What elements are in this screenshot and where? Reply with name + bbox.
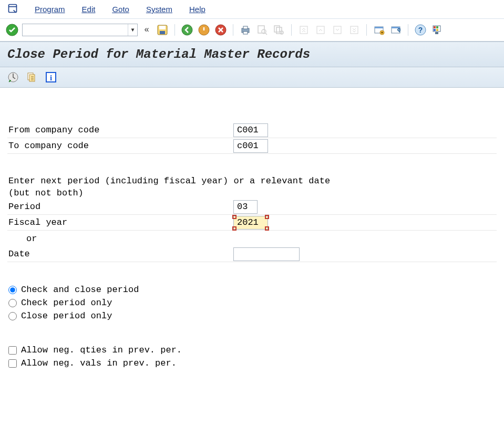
allow-neg-val-checkbox[interactable]: Allow neg. vals in prev. per. (7, 357, 497, 370)
svg-rect-29 (436, 26, 438, 28)
svg-rect-18 (334, 26, 341, 34)
check-only-radio[interactable]: Check period only (7, 296, 497, 309)
last-page-button[interactable] (347, 23, 361, 37)
command-dropdown-icon[interactable]: ▼ (128, 24, 137, 36)
form-area: From company code To company code Enter … (0, 88, 504, 391)
to-company-code-input[interactable] (233, 139, 268, 153)
program-menu[interactable]: Program (35, 5, 65, 14)
allow-neg-qty-checkbox[interactable]: Allow neg. qties in prev. per. (7, 344, 497, 357)
focus-corner-icon (265, 215, 269, 219)
to-company-code-row: To company code (7, 138, 497, 154)
check-and-close-radio[interactable]: Check and close period (7, 283, 497, 296)
fiscal-year-label: Fiscal year (7, 217, 233, 227)
fiscal-year-row: Fiscal year (7, 215, 497, 231)
svg-point-5 (182, 25, 192, 35)
period-input[interactable] (233, 200, 258, 214)
menu-bar: Program Edit Goto System Help (0, 0, 504, 19)
prev-page-button[interactable] (314, 23, 327, 37)
title-bar: Close Period for Material Master Records (0, 41, 504, 67)
mode-radio-group: Check and close period Check period only… (7, 283, 497, 323)
from-company-code-label: From company code (7, 125, 233, 135)
exit-button[interactable] (197, 23, 211, 37)
help-button[interactable]: ? (414, 23, 427, 37)
edit-menu[interactable]: Edit (82, 5, 96, 14)
check-and-close-radio-input[interactable] (8, 286, 17, 294)
customize-button[interactable] (430, 23, 444, 37)
enter-button[interactable] (5, 23, 19, 37)
window-menu-icon[interactable] (7, 3, 18, 15)
svg-rect-28 (434, 26, 436, 28)
from-company-code-input[interactable] (233, 123, 268, 137)
command-input[interactable] (23, 24, 128, 36)
command-field[interactable]: ▼ (22, 24, 138, 36)
period-row: Period (7, 199, 497, 215)
back-button[interactable] (180, 23, 194, 37)
date-input[interactable] (233, 247, 300, 261)
system-menu[interactable]: System (146, 5, 172, 14)
find-button[interactable] (255, 23, 269, 37)
svg-text:i: i (50, 74, 52, 82)
chevron-left-icon[interactable]: « (141, 24, 152, 36)
svg-text:?: ? (418, 26, 423, 34)
instruction-line-1: Enter next period (including fiscal year… (7, 175, 497, 187)
focus-corner-icon (232, 226, 236, 231)
to-company-code-label: To company code (7, 141, 233, 151)
date-row: Date (7, 246, 497, 262)
svg-rect-10 (243, 32, 248, 34)
svg-rect-30 (434, 29, 436, 31)
close-only-radio[interactable]: Close period only (7, 309, 497, 323)
period-label: Period (7, 202, 233, 212)
close-only-radio-input[interactable] (8, 312, 17, 320)
svg-rect-14 (276, 27, 282, 34)
instruction-line-2: (but not both) (7, 187, 497, 199)
standard-toolbar: ▼ « ? (0, 19, 504, 41)
close-only-radio-label: Close period only (21, 311, 112, 321)
info-button[interactable]: i (44, 70, 58, 84)
page-title: Close Period for Material Master Records (7, 47, 497, 61)
svg-rect-21 (375, 27, 383, 28)
or-row: or (7, 231, 497, 246)
svg-rect-3 (159, 26, 166, 29)
layout-button[interactable] (389, 23, 403, 37)
options-checkbox-group: Allow neg. qties in prev. per. Allow neg… (7, 344, 497, 370)
focus-corner-icon (232, 215, 236, 219)
allow-neg-qty-label: Allow neg. qties in prev. per. (21, 345, 182, 355)
next-page-button[interactable] (331, 23, 344, 37)
svg-rect-24 (392, 27, 400, 28)
allow-neg-val-checkbox-input[interactable] (8, 359, 17, 368)
svg-rect-0 (9, 5, 17, 13)
svg-rect-9 (243, 26, 248, 29)
print-button[interactable] (239, 23, 252, 37)
new-session-button[interactable] (372, 23, 386, 37)
cancel-button[interactable] (214, 23, 228, 37)
goto-menu[interactable]: Goto (112, 5, 129, 14)
application-toolbar: i (0, 67, 504, 88)
svg-rect-16 (300, 26, 307, 34)
svg-rect-32 (435, 32, 438, 34)
from-company-code-row: From company code (7, 122, 497, 138)
find-next-button[interactable] (272, 23, 286, 37)
help-menu[interactable]: Help (189, 5, 205, 14)
allow-neg-qty-checkbox-input[interactable] (8, 346, 17, 355)
svg-rect-4 (160, 31, 165, 34)
first-page-button[interactable] (297, 23, 311, 37)
allow-neg-val-label: Allow neg. vals in prev. per. (21, 358, 177, 368)
check-and-close-radio-label: Check and close period (21, 285, 139, 295)
or-label: or (7, 234, 233, 244)
save-button[interactable] (156, 23, 169, 37)
get-variant-button[interactable] (25, 70, 39, 84)
check-only-radio-label: Check period only (21, 298, 112, 308)
fiscal-year-input[interactable] (233, 216, 268, 230)
execute-button[interactable] (6, 70, 20, 84)
svg-rect-31 (436, 29, 438, 31)
svg-rect-17 (317, 26, 324, 34)
focus-corner-icon (265, 226, 269, 231)
date-label: Date (7, 249, 233, 259)
check-only-radio-input[interactable] (8, 299, 17, 307)
svg-rect-13 (274, 26, 280, 32)
